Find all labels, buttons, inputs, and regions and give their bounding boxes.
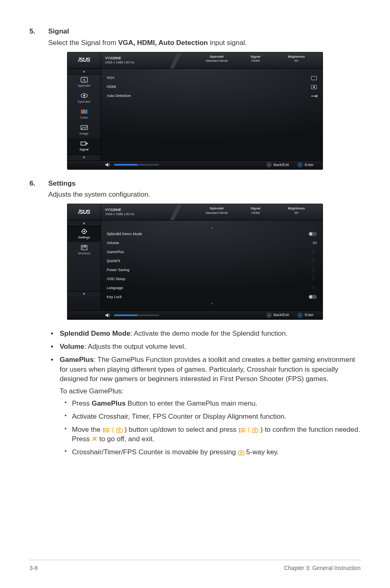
osd-option-key-lock[interactable]: Key Lock [107, 292, 317, 301]
osd-scroll-down[interactable]: ▼ [67, 155, 101, 160]
section-6-number: 6. [29, 179, 48, 189]
sidebar-item-signal[interactable]: Signal [67, 138, 101, 154]
svg-rect-33 [252, 429, 258, 433]
osd-back-exit[interactable]: ◂Back/Exit [267, 312, 289, 318]
osd-option-language[interactable]: Language〉 [107, 283, 317, 292]
section-5-subtitle: Select the Signal from VGA, HDMI, Auto D… [48, 38, 361, 48]
osd-stat-signal: SignalHDMI [243, 55, 268, 63]
chevron-right-icon: 〉 [312, 267, 317, 273]
osd-option-splendid-demo[interactable]: Splendid Demo Mode [107, 229, 317, 238]
auto-icon [311, 96, 317, 97]
shortcut-icon [80, 245, 88, 250]
sidebar-item-splendid[interactable]: S Splendid [67, 74, 101, 90]
svg-point-25 [119, 430, 120, 431]
section-6-subtitle: Adjusts the system configuration. [48, 190, 361, 200]
svg-marker-10 [170, 204, 182, 220]
osd-model: VY229HE 1920 x 1080 | 60 Hz [101, 208, 138, 216]
osd-option-hdmi[interactable]: HDMI [107, 83, 317, 92]
section-5-number: 5. [29, 27, 48, 36]
bullet-splendid-demo: Splendid Demo Mode: Activate the demo mo… [48, 329, 361, 339]
osd-option-auto-detection[interactable]: Auto Detection [107, 92, 317, 101]
sidebar-item-shortcut[interactable]: Shortcut [67, 242, 101, 258]
sub-bullet-press-gameplus: Press GamePlus Button to enter the GameP… [60, 399, 361, 408]
hdmi-icon [311, 85, 317, 89]
osd-divider [170, 52, 182, 68]
chevron-right-icon: 〉 [312, 285, 317, 291]
chevron-right-icon: 〉 [312, 258, 317, 264]
bullet-gameplus: GamePlus: The GamePlus Function provides… [48, 355, 361, 457]
page-number: 3-8 [29, 564, 38, 572]
speaker-icon [105, 162, 111, 167]
sidebar-item-settings[interactable]: Settings [67, 226, 101, 242]
gameplus-intro: To active GamePlus: [60, 386, 361, 396]
osd-option-quickfit[interactable]: QuickFit〉 [107, 256, 317, 265]
color-icon [80, 109, 88, 114]
osd-stat-signal: SignalHDMI [243, 206, 268, 215]
chapter-label: Chapter 3: General Instruction [284, 564, 361, 572]
svg-point-31 [239, 431, 240, 432]
svg-point-27 [239, 428, 240, 429]
svg-point-22 [103, 431, 104, 432]
joystick-icon [238, 450, 244, 456]
osd-sidebar: ▲ S Splendid EyeCare Color Image [67, 69, 101, 160]
eyecare-icon [80, 93, 88, 99]
svg-point-20 [103, 430, 104, 431]
osd-option-osd-setup[interactable]: OSD Setup〉 [107, 274, 317, 283]
svg-rect-36 [238, 451, 244, 455]
osd-option-volume[interactable]: Volume50 [107, 238, 317, 247]
svg-text:S: S [83, 78, 85, 82]
osd-list-scroll-down[interactable]: ▾ [107, 301, 317, 305]
sub-bullet-move: Move the ( ) button up/down to select an… [60, 425, 361, 444]
joystick-icon [116, 427, 123, 433]
osd-scroll-up[interactable]: ▲ [67, 220, 101, 226]
svg-rect-7 [85, 110, 87, 114]
svg-rect-17 [81, 245, 87, 250]
sidebar-item-eyecare[interactable]: EyeCare [67, 90, 101, 106]
image-icon [80, 125, 88, 130]
osd-settings-panel: /SUS VY229HE 1920 x 1080 | 60 Hz Splendi… [67, 204, 323, 320]
svg-rect-6 [83, 110, 85, 114]
osd-divider [170, 204, 182, 220]
toggle-icon [309, 295, 317, 299]
svg-point-4 [83, 94, 85, 97]
bullet-volume: Volume: Adjusts the output volume level. [48, 342, 361, 352]
svg-point-37 [240, 452, 242, 454]
osd-option-gameplus[interactable]: GamePlus〉 [107, 247, 317, 256]
osd-scroll-down[interactable]: ▼ [67, 291, 101, 297]
svg-rect-24 [117, 429, 122, 433]
osd-enter[interactable]: •Enter [298, 162, 314, 168]
svg-rect-5 [81, 110, 83, 114]
speaker-icon [105, 313, 111, 318]
osd-sidebar: ▲ Settings Shortcut ▼ [67, 220, 101, 310]
section-5-title: Signal [48, 27, 69, 36]
chevron-right-icon: 〉 [312, 276, 317, 282]
osd-stat-brightness: Btightness65 [280, 206, 313, 215]
section-6-title: Settings [48, 179, 76, 189]
vga-icon [311, 76, 317, 80]
svg-point-29 [239, 430, 240, 431]
menu-list-icon [238, 427, 246, 433]
signal-icon [80, 141, 88, 146]
osd-stat-splendid: SplendidStandard Mode [198, 55, 235, 63]
osd-scroll-up[interactable]: ▲ [67, 69, 101, 74]
chevron-right-icon: 〉 [312, 249, 317, 255]
osd-volume-bar [105, 162, 159, 167]
sidebar-item-color[interactable]: Color [67, 106, 101, 122]
svg-rect-9 [81, 142, 86, 145]
joystick-icon [252, 427, 258, 433]
close-x-icon: ✕ [92, 435, 97, 443]
sidebar-item-image[interactable]: Image [67, 122, 101, 138]
osd-model: VY229HE 1920 x 1080 | 60 Hz [101, 56, 138, 64]
sub-bullet-activate: Activate Crosshair, Timer, FPS Counter o… [60, 412, 361, 422]
osd-signal-panel: /SUS VY229HE 1920 x 1080 | 60 Hz Splendi… [67, 52, 323, 170]
osd-back-exit[interactable]: ◂Back/Exit [267, 162, 289, 168]
osd-volume-bar [105, 313, 159, 318]
osd-logo: /SUS [67, 204, 101, 220]
osd-enter[interactable]: •Enter [298, 312, 314, 318]
osd-list-scroll-up[interactable]: ▴ [107, 225, 317, 229]
toggle-icon [309, 232, 317, 236]
osd-option-power-saving[interactable]: Power Saving〉 [107, 265, 317, 274]
osd-stat-brightness: Btightness65 [280, 55, 313, 63]
osd-logo: /SUS [67, 52, 101, 68]
osd-option-vga[interactable]: VGA [107, 74, 317, 83]
